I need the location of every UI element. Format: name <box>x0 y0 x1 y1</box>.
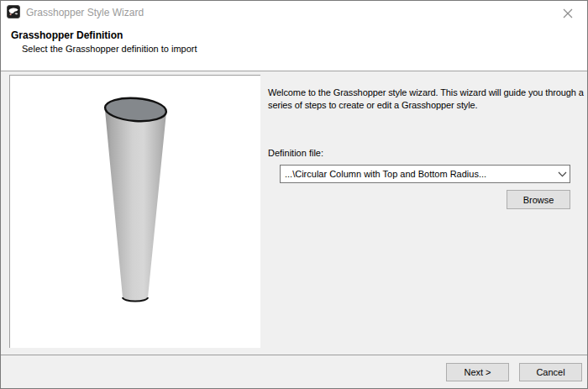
close-button[interactable] <box>555 3 580 24</box>
chevron-down-icon <box>558 171 567 177</box>
column-preview-image <box>10 76 260 347</box>
definition-file-combobox[interactable] <box>280 165 570 183</box>
next-button[interactable]: Next > <box>446 363 509 381</box>
definition-file-input[interactable] <box>281 166 554 182</box>
preview-panel <box>9 75 260 348</box>
close-icon <box>563 8 573 18</box>
grasshopper-style-wizard-dialog: Grasshopper Style Wizard Grasshopper Def… <box>0 0 588 389</box>
cancel-button[interactable]: Cancel <box>519 363 582 381</box>
window-title: Grasshopper Style Wizard <box>26 1 144 24</box>
dialog-header-area: Grasshopper Style Wizard Grasshopper Def… <box>1 1 587 71</box>
combobox-dropdown-button[interactable] <box>554 166 570 182</box>
titlebar[interactable]: Grasshopper Style Wizard <box>1 1 587 24</box>
welcome-text: Welcome to the Grasshopper style wizard.… <box>268 87 585 112</box>
definition-file-label: Definition file: <box>268 148 323 158</box>
page-title: Grasshopper Definition <box>11 29 123 41</box>
grasshopper-logo-icon <box>7 5 20 18</box>
page-subtitle: Select the Grasshopper definition to imp… <box>22 44 197 54</box>
browse-button[interactable]: Browse <box>507 190 570 209</box>
